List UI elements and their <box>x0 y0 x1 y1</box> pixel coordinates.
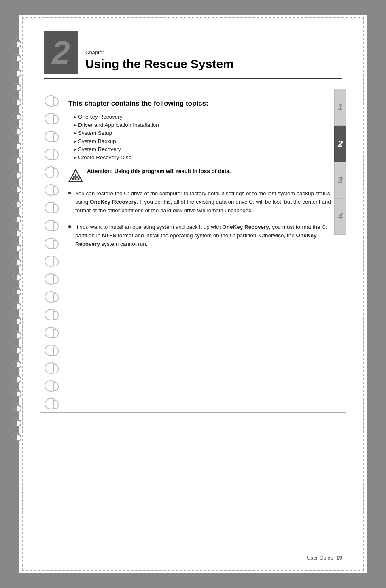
attention-box: §§§ Attention: Using this program will r… <box>68 168 338 183</box>
spiral-ring <box>12 287 21 294</box>
cs-ring <box>45 380 57 392</box>
onekey-ref-1: OneKey Recovery <box>90 199 137 205</box>
tab-3[interactable]: 3 <box>334 162 346 198</box>
cs-ring <box>45 113 57 124</box>
warning-icon: §§§ <box>68 168 83 183</box>
page: 2 Chapter Using the Rescue System <box>19 15 367 573</box>
spiral-ring <box>12 39 21 47</box>
side-tabs: 1 2 3 4 <box>334 89 346 235</box>
bullet-section: You can restore the C: drive of the comp… <box>68 190 338 249</box>
spiral-ring <box>12 156 21 163</box>
cs-ring <box>45 327 57 338</box>
attention-text: Attention: Using this program will resul… <box>87 168 231 175</box>
spiral-ring <box>12 331 21 338</box>
cs-ring <box>45 238 57 249</box>
spiral-ring <box>12 200 21 207</box>
intro-heading: This chapter contains the following topi… <box>68 99 338 108</box>
content-box: 1 2 3 4 This chapter contains the follow… <box>40 89 346 413</box>
topic-item: Driver and Application Installation <box>68 122 338 128</box>
topic-item: Create Recovery Disc <box>68 154 338 160</box>
cs-ring <box>45 362 57 374</box>
spiral-ring <box>12 54 21 61</box>
spiral-ring <box>12 302 21 309</box>
spiral-ring <box>12 273 21 280</box>
footer-page-number: 19 <box>337 555 342 561</box>
chapter-label-title: Chapter Using the Rescue System <box>85 49 234 74</box>
topic-item: OneKey Recovery <box>68 114 338 120</box>
bullet-text-2: If you want to install an operating syst… <box>75 223 338 249</box>
bullet-text-1: You can restore the C: drive of the comp… <box>75 190 338 215</box>
cs-ring <box>45 166 57 178</box>
spiral-ring <box>12 360 21 367</box>
spiral-ring <box>12 404 21 411</box>
spiral-ring <box>12 345 21 353</box>
cs-ring <box>45 184 57 196</box>
bullet-item-1: You can restore the C: drive of the comp… <box>68 190 338 215</box>
chapter-number: 2 <box>52 36 70 69</box>
spiral-binding <box>12 39 21 440</box>
cs-ring <box>45 149 57 160</box>
cs-ring <box>45 273 57 285</box>
spiral-ring <box>12 316 21 324</box>
chapter-header: 2 Chapter Using the Rescue System <box>40 31 346 74</box>
tab-2[interactable]: 2 <box>334 126 346 162</box>
ntfs-ref: NTFS <box>102 232 116 239</box>
spiral-ring <box>12 185 21 192</box>
footer-guide-text: User Guide <box>307 555 333 561</box>
spiral-ring <box>12 433 21 440</box>
chapter-divider <box>44 78 342 79</box>
spiral-ring <box>12 389 21 396</box>
cs-ring <box>45 202 57 213</box>
onekey-ref-2: OneKey Recovery <box>222 224 269 230</box>
spiral-ring <box>12 98 21 105</box>
spiral-ring <box>12 141 21 149</box>
tab-1-label: 1 <box>338 102 343 113</box>
chapter-number-box: 2 <box>44 31 78 74</box>
spiral-ring <box>12 170 21 178</box>
spiral-ring <box>12 375 21 382</box>
spiral-ring <box>12 243 21 251</box>
content-spiral <box>40 89 62 412</box>
cs-ring <box>45 398 57 409</box>
bullet-dot <box>68 192 71 194</box>
spiral-ring <box>12 229 21 236</box>
spiral-ring <box>12 214 21 222</box>
bullet-item-2: If you want to install an operating syst… <box>68 223 338 249</box>
spiral-ring <box>12 127 21 134</box>
bullet-dot <box>68 225 71 228</box>
topic-item: System Recovery <box>68 146 338 152</box>
cs-ring <box>45 220 57 231</box>
tab-2-label: 2 <box>338 138 343 149</box>
svg-point-3 <box>75 179 76 180</box>
topic-item: System Setup <box>68 130 338 136</box>
tab-4[interactable]: 4 <box>334 198 346 235</box>
spiral-ring <box>12 112 21 119</box>
spiral-ring <box>12 418 21 426</box>
chapter-label: Chapter <box>85 49 234 55</box>
spiral-ring <box>12 258 21 265</box>
topic-item: System Backup <box>68 138 338 144</box>
tab-3-label: 3 <box>338 175 343 185</box>
cs-ring <box>45 345 57 356</box>
cs-ring <box>45 95 57 107</box>
cs-ring <box>45 291 57 303</box>
footer: User Guide 19 <box>307 555 342 561</box>
tab-1[interactable]: 1 <box>334 89 346 126</box>
tab-4-label: 4 <box>338 211 343 222</box>
topics-list: OneKey Recovery Driver and Application I… <box>68 114 338 160</box>
spiral-ring <box>12 68 21 76</box>
cs-ring <box>45 131 57 142</box>
cs-ring <box>45 309 57 320</box>
cs-ring <box>45 256 57 267</box>
chapter-title: Using the Rescue System <box>85 57 234 70</box>
spiral-ring <box>12 83 21 90</box>
